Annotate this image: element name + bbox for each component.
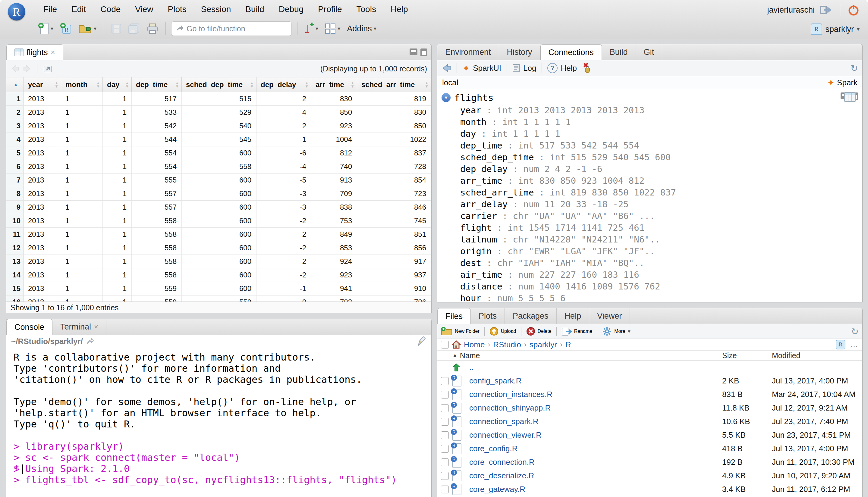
- version-control-button[interactable]: ▾: [303, 22, 320, 36]
- file-checkbox[interactable]: [441, 377, 449, 385]
- sparkui-button[interactable]: SparkUI: [473, 63, 501, 73]
- pane-tab[interactable]: Viewer: [589, 308, 630, 324]
- breadcrumb-item[interactable]: ›sparklyr: [524, 340, 557, 350]
- pane-tab[interactable]: Connections: [541, 44, 602, 60]
- back-icon[interactable]: [442, 63, 451, 73]
- file-row[interactable]: connection_instances.R 831 B Mar 24, 201…: [437, 388, 862, 401]
- up-directory-label[interactable]: ..: [469, 363, 474, 372]
- minimize-icon[interactable]: [410, 48, 417, 55]
- home-icon[interactable]: [452, 340, 461, 349]
- name-column-header[interactable]: ▲Name: [452, 351, 722, 360]
- tab-flights[interactable]: flights ×: [6, 44, 63, 60]
- addins-button[interactable]: Addins ▾: [345, 23, 378, 34]
- column-header[interactable]: year▲▼: [24, 77, 61, 92]
- delete-button[interactable]: Delete: [538, 329, 551, 334]
- console-output[interactable]: R is a collaborative project with many c…: [6, 347, 431, 497]
- forward-icon[interactable]: [23, 64, 32, 73]
- modified-column-header[interactable]: Modified: [772, 351, 862, 360]
- menu-item[interactable]: Code: [93, 4, 128, 14]
- sign-out-icon[interactable]: [820, 4, 833, 15]
- help-button[interactable]: Help: [561, 63, 576, 73]
- file-row[interactable]: connection_viewer.R 5.5 KB Jun 23, 2017,…: [437, 428, 862, 442]
- file-row[interactable]: core_deserialize.R 4.9 KB Jun 10, 2017, …: [437, 469, 862, 483]
- console-tab[interactable]: Terminal ×: [53, 319, 107, 335]
- quit-session-icon[interactable]: [848, 4, 859, 16]
- file-checkbox[interactable]: [441, 458, 449, 466]
- goto-directory-icon[interactable]: [86, 338, 94, 345]
- breadcrumb-item[interactable]: ›R: [560, 340, 571, 350]
- close-icon[interactable]: ×: [94, 323, 98, 331]
- more-button[interactable]: More: [614, 329, 625, 334]
- menu-item[interactable]: Debug: [271, 4, 311, 14]
- file-name-link[interactable]: core_config.R: [469, 444, 517, 453]
- pane-tab[interactable]: History: [499, 44, 541, 60]
- project-selector[interactable]: R sparklyr ▾: [811, 22, 859, 36]
- refresh-icon[interactable]: ↻: [851, 326, 859, 337]
- file-row[interactable]: core_connection.R 192 B Jun 11, 2017, 10…: [437, 455, 862, 469]
- new-project-button[interactable]: R: [58, 22, 74, 36]
- menu-item[interactable]: Tools: [349, 4, 383, 14]
- file-row[interactable]: core_gateway.R 3.4 KB Jun 11, 2017, 6:12…: [437, 483, 862, 496]
- file-checkbox[interactable]: [441, 485, 449, 493]
- file-name-link[interactable]: connection_instances.R: [469, 390, 552, 399]
- file-name-link[interactable]: core_deserialize.R: [469, 471, 534, 480]
- menu-item[interactable]: Session: [194, 4, 238, 14]
- new-folder-button[interactable]: New Folder: [455, 329, 479, 334]
- panes-layout-button[interactable]: ▾: [323, 22, 342, 35]
- select-all-checkbox[interactable]: [441, 341, 449, 349]
- clear-console-icon[interactable]: [417, 336, 426, 346]
- file-row[interactable]: connection_spark.R 10.6 KB Jul 23, 2017,…: [437, 415, 862, 428]
- console-prompt[interactable]: >: [14, 464, 23, 475]
- row-number-header[interactable]: ▲: [6, 77, 24, 92]
- column-header[interactable]: dep_delay▲▼: [256, 77, 311, 92]
- file-name-link[interactable]: core_connection.R: [469, 457, 535, 467]
- breadcrumb-item[interactable]: ›Home: [464, 340, 485, 350]
- file-checkbox[interactable]: [441, 418, 449, 426]
- file-checkbox[interactable]: [441, 431, 449, 439]
- open-in-new-window-icon[interactable]: [43, 64, 53, 73]
- goto-file-function-input[interactable]: Go to file/function: [171, 22, 292, 36]
- pane-tab[interactable]: Packages: [505, 308, 557, 324]
- column-header[interactable]: sched_arr_time▲▼: [357, 77, 431, 92]
- pane-tab[interactable]: Help: [557, 308, 589, 324]
- pane-tab[interactable]: Files: [437, 308, 471, 324]
- new-file-button[interactable]: ▾: [36, 22, 55, 36]
- connection-row[interactable]: local ✦Spark: [437, 76, 862, 89]
- parent-directory-row[interactable]: ..: [437, 360, 862, 374]
- file-checkbox[interactable]: [441, 391, 449, 398]
- pane-tab[interactable]: Build: [602, 44, 636, 60]
- tree-root-flights[interactable]: ▼ flights: [437, 91, 862, 104]
- pane-tab[interactable]: Git: [636, 44, 662, 60]
- column-header[interactable]: arr_time▲▼: [311, 77, 357, 92]
- menu-item[interactable]: Build: [238, 4, 271, 14]
- file-row[interactable]: config_spark.R 2 KB Jul 13, 2017, 4:00 P…: [437, 374, 862, 388]
- refresh-icon[interactable]: ↻: [851, 63, 858, 73]
- file-name-link[interactable]: connection_viewer.R: [469, 430, 542, 440]
- file-checkbox[interactable]: [441, 472, 449, 480]
- save-button[interactable]: [109, 22, 123, 35]
- menu-item[interactable]: Edit: [64, 4, 93, 14]
- rename-button[interactable]: Rename: [574, 329, 592, 334]
- menu-item[interactable]: Profile: [311, 4, 349, 14]
- menu-item[interactable]: View: [128, 4, 160, 14]
- print-button[interactable]: [145, 22, 160, 35]
- column-header[interactable]: dep_time▲▼: [132, 77, 182, 92]
- file-checkbox[interactable]: [441, 404, 449, 412]
- save-all-button[interactable]: [126, 22, 142, 35]
- open-file-button[interactable]: ▾: [77, 22, 98, 35]
- file-row[interactable]: connection_shinyapp.R 11.8 KB Jul 12, 20…: [437, 401, 862, 415]
- pane-tab[interactable]: Plots: [471, 308, 505, 324]
- file-checkbox[interactable]: [441, 445, 449, 453]
- collapse-icon[interactable]: ▼: [442, 93, 451, 102]
- log-button[interactable]: Log: [523, 63, 536, 73]
- more-options-icon[interactable]: …: [850, 340, 859, 350]
- menu-item[interactable]: Help: [383, 4, 415, 14]
- menu-item[interactable]: Plots: [160, 4, 194, 14]
- column-header[interactable]: sched_dep_time▲▼: [182, 77, 256, 92]
- file-name-link[interactable]: core_gateway.R: [469, 485, 525, 494]
- column-header[interactable]: month▲▼: [61, 77, 103, 92]
- back-icon[interactable]: [11, 64, 19, 73]
- column-header[interactable]: day▲▼: [103, 77, 132, 92]
- size-column-header[interactable]: Size: [722, 351, 772, 360]
- menu-item[interactable]: File: [36, 4, 64, 14]
